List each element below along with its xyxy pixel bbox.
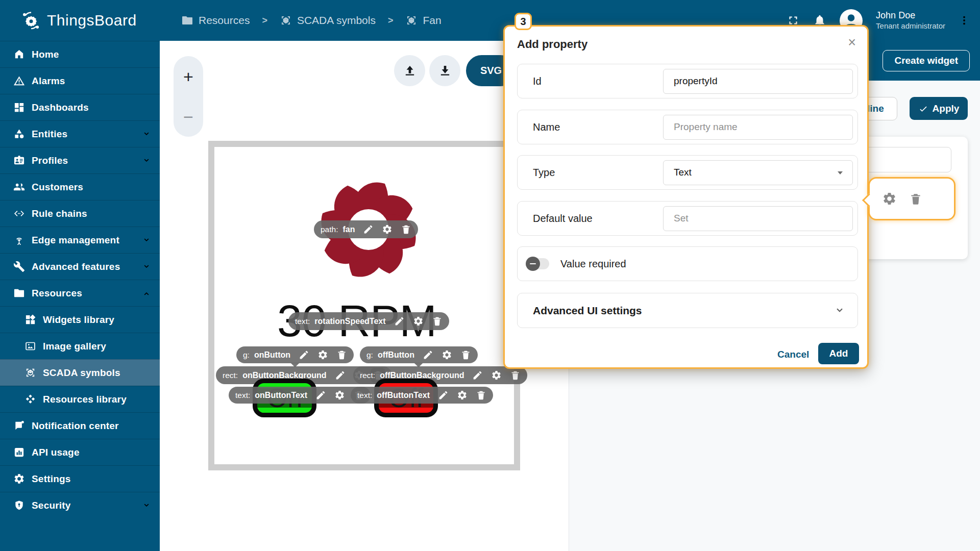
tag-path-fan: path:fan [314, 220, 418, 238]
type-select-value: Text [674, 167, 692, 178]
sidebar-item-scada-symbols[interactable]: SCADA symbols [0, 359, 160, 386]
sidebar: ThingsBoard Home Alarms Dashboards Entit… [0, 0, 160, 551]
value-required-toggle[interactable] [527, 258, 549, 269]
gear-icon[interactable] [442, 349, 452, 360]
antenna-icon [13, 234, 25, 246]
download-icon [438, 64, 452, 78]
edit-icon[interactable] [335, 370, 346, 381]
user-info[interactable]: John Doe Tenant administrator [876, 10, 945, 31]
sidebar-item-edge-management[interactable]: Edge management [0, 227, 160, 253]
chevron-down-icon [141, 500, 152, 511]
tag-on-button-group: g:onButton [236, 346, 354, 363]
edit-icon[interactable] [438, 390, 449, 400]
trash-icon[interactable] [510, 370, 521, 381]
download-button[interactable] [429, 55, 460, 86]
trash-icon[interactable] [432, 316, 443, 327]
property-row-actions-highlight [868, 177, 955, 220]
app-window: Create widget Decline Apply 30 RPM + − S… [0, 0, 980, 551]
create-widget-button[interactable]: Create widget [883, 50, 970, 71]
edit-icon[interactable] [472, 370, 483, 381]
trash-icon[interactable] [336, 349, 347, 360]
type-label: Type [533, 167, 663, 179]
id-input[interactable] [663, 69, 853, 94]
zoom-in-button[interactable]: + [183, 68, 193, 85]
people-icon [13, 181, 25, 193]
tour-step-badge: 3 [514, 13, 532, 30]
gear-icon[interactable] [491, 370, 502, 381]
sidebar-item-widgets-library[interactable]: Widgets library [0, 306, 160, 333]
breadcrumb-resources[interactable]: Resources [199, 14, 250, 27]
breadcrumb-fan[interactable]: Fan [423, 14, 441, 27]
cancel-button[interactable]: Cancel [774, 348, 812, 361]
gear-icon[interactable] [382, 224, 393, 235]
sidebar-item-image-gallery[interactable]: Image gallery [0, 333, 160, 359]
chevron-down-icon [141, 129, 152, 139]
sidebar-item-dashboards[interactable]: Dashboards [0, 94, 160, 120]
gear-icon[interactable] [334, 390, 345, 400]
caret-down-icon [834, 166, 846, 179]
sidebar-item-entities[interactable]: Entities [0, 120, 160, 147]
default-value-input[interactable] [663, 206, 853, 231]
tag-off-button-text: text:offButtonText [351, 387, 493, 404]
badge-icon [13, 155, 25, 166]
gear-icon[interactable] [882, 191, 897, 206]
advanced-ui-settings-label: Advanced UI settings [533, 305, 833, 317]
rule-chain-icon [13, 208, 25, 219]
field-row-default-value: Default value [517, 201, 858, 236]
default-value-label: Default value [533, 213, 663, 224]
sidebar-item-rule-chains[interactable]: Rule chains [0, 200, 160, 227]
edit-icon[interactable] [363, 224, 374, 235]
app-logo[interactable]: ThingsBoard [0, 0, 160, 41]
chevron-up-icon [141, 288, 152, 298]
diamonds-icon [24, 393, 36, 405]
warning-icon [13, 75, 25, 87]
trash-icon[interactable] [909, 192, 922, 206]
sidebar-item-notification-center[interactable]: Notification center [0, 412, 160, 439]
tag-off-button-group: g:offButton [360, 346, 478, 363]
tools-icon [13, 261, 25, 272]
breadcrumb-scada-symbols[interactable]: SCADA symbols [297, 14, 376, 27]
advanced-ui-settings-panel[interactable]: Advanced UI settings [517, 293, 858, 328]
sidebar-item-advanced-features[interactable]: Advanced features [0, 253, 160, 280]
type-select[interactable]: Text [663, 160, 853, 185]
apply-button[interactable]: Apply [910, 97, 968, 120]
sidebar-item-home[interactable]: Home [0, 41, 160, 67]
trash-icon[interactable] [401, 224, 411, 235]
image-icon [24, 340, 36, 352]
sidebar-item-alarms[interactable]: Alarms [0, 67, 160, 94]
upload-button[interactable] [394, 55, 425, 86]
edit-icon[interactable] [315, 390, 326, 400]
sidebar-item-customers[interactable]: Customers [0, 173, 160, 200]
trash-icon[interactable] [476, 390, 486, 400]
scada-cube-icon [24, 367, 36, 379]
edit-icon[interactable] [394, 316, 405, 327]
scada-cube-icon [405, 14, 418, 27]
sidebar-item-settings[interactable]: Settings [0, 465, 160, 492]
dialog-title: Add property [517, 38, 587, 51]
gear-icon[interactable] [413, 316, 424, 327]
tag-pointer [414, 363, 423, 367]
user-name: John Doe [876, 10, 945, 21]
zoom-out-button[interactable]: − [183, 108, 193, 126]
sidebar-item-security[interactable]: Security [0, 492, 160, 518]
field-row-type: Type Text [517, 155, 858, 190]
sidebar-item-profiles[interactable]: Profiles [0, 147, 160, 173]
folder-icon [181, 14, 193, 27]
chevron-down-icon [833, 304, 846, 317]
scada-cube-icon [280, 14, 292, 27]
add-button[interactable]: Add [818, 343, 859, 364]
sidebar-item-resources[interactable]: Resources [0, 280, 160, 306]
gear-icon[interactable] [317, 349, 328, 360]
sidebar-item-api-usage[interactable]: API usage [0, 439, 160, 465]
trash-icon[interactable] [460, 349, 471, 360]
kebab-menu-icon[interactable] [959, 14, 970, 27]
edit-icon[interactable] [423, 349, 433, 360]
thingsboard-logo-icon [20, 10, 42, 31]
gear-icon[interactable] [457, 390, 468, 400]
name-input[interactable] [663, 115, 853, 140]
close-icon[interactable]: × [848, 36, 856, 49]
sidebar-item-resources-library[interactable]: Resources library [0, 386, 160, 412]
edit-icon[interactable] [299, 349, 309, 360]
value-required-label: Value required [560, 258, 857, 270]
field-row-id: Id [517, 64, 858, 98]
